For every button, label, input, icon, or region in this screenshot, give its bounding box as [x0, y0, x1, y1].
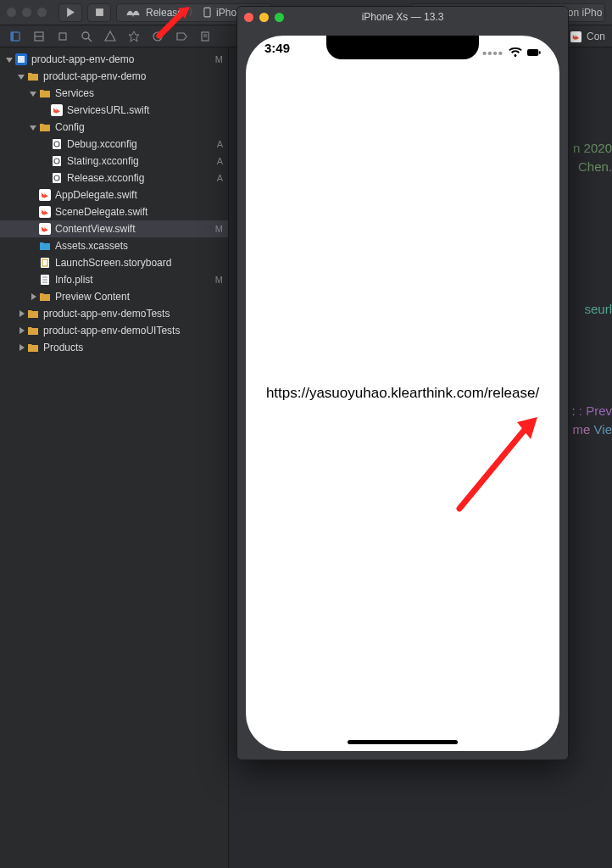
svg-marker-0	[67, 8, 75, 17]
swift-file-icon	[39, 223, 51, 235]
svg-marker-41	[31, 293, 36, 300]
disclosure-triangle-closed-icon[interactable]	[17, 326, 25, 335]
app-url-text: https://yasuoyuhao.klearthink.com/releas…	[266, 385, 539, 402]
group-label: Preview Content	[55, 291, 223, 303]
breadcrumb-segment: Con	[587, 31, 605, 42]
scm-badge: M	[215, 224, 223, 234]
group-preview-content[interactable]: Preview Content	[0, 288, 228, 305]
xcconfig-file-icon	[51, 172, 63, 184]
scm-badge: M	[215, 54, 223, 64]
code-fragment: me Vie	[573, 422, 612, 437]
folder-icon	[39, 121, 51, 133]
file-assets[interactable]: Assets.xcassets	[0, 237, 228, 254]
plist-file-icon	[39, 274, 51, 286]
svg-marker-23	[30, 92, 36, 97]
file-label: SceneDelegate.swift	[55, 206, 223, 218]
code-fragment: : : Prev	[571, 403, 612, 418]
disclosure-triangle-open-icon[interactable]	[29, 123, 37, 131]
group-app[interactable]: product-app-env-demo	[0, 68, 228, 85]
symbol-navigator-icon[interactable]	[56, 30, 70, 43]
run-button[interactable]	[58, 3, 82, 22]
svg-rect-21	[18, 56, 25, 63]
breakpoint-navigator-icon[interactable]	[175, 30, 188, 43]
ios-simulator-window[interactable]: iPhone Xs — 13.3 3:49 •••• https://yasuo…	[236, 6, 569, 760]
app-content: https://yasuoyuhao.klearthink.com/releas…	[246, 36, 559, 751]
disclosure-triangle-closed-icon[interactable]	[29, 292, 37, 301]
disclosure-triangle-closed-icon[interactable]	[17, 309, 25, 318]
file-label: LaunchScreen.storyboard	[55, 257, 223, 269]
group-label: Config	[55, 121, 223, 133]
group-label: product-app-env-demo	[43, 70, 223, 82]
swift-file-icon	[570, 31, 581, 42]
window-minimize-icon[interactable]	[259, 13, 269, 22]
xcconfig-file-icon	[51, 138, 63, 150]
file-swift[interactable]: SceneDelegate.swift	[0, 203, 228, 220]
scm-badge: A	[217, 156, 223, 166]
svg-rect-7	[59, 33, 66, 40]
home-indicator	[348, 740, 458, 744]
file-label: ContentView.swift	[55, 223, 212, 235]
disclosure-triangle-open-icon[interactable]	[5, 55, 14, 64]
svg-marker-42	[19, 310, 25, 317]
project-navigator[interactable]: product-app-env-demo M product-app-env-d…	[0, 47, 229, 868]
file-xcconfig[interactable]: Stating.xcconfig A	[0, 153, 228, 170]
file-label: AppDelegate.swift	[55, 189, 223, 201]
report-navigator-icon[interactable]	[198, 30, 212, 43]
find-navigator-icon[interactable]	[80, 30, 93, 43]
svg-marker-11	[129, 31, 139, 42]
svg-point-13	[157, 35, 159, 37]
disclosure-triangle-open-icon[interactable]	[17, 72, 25, 81]
swift-file-icon	[39, 189, 51, 201]
code-fragment: seurl	[584, 302, 612, 316]
group-label: product-app-env-demoUITests	[43, 325, 223, 337]
debug-navigator-icon[interactable]	[151, 30, 164, 43]
group-uitests[interactable]: product-app-env-demoUITests	[0, 322, 228, 339]
project-name-label: product-app-env-demo	[31, 53, 212, 65]
file-swift-selected[interactable]: ContentView.swift M	[0, 220, 228, 237]
folder-icon	[27, 70, 39, 82]
project-navigator-icon[interactable]	[8, 30, 22, 43]
file-swift[interactable]: AppDelegate.swift	[0, 186, 228, 203]
group-config[interactable]: Config	[0, 119, 228, 136]
folder-icon	[27, 342, 39, 353]
svg-rect-4	[11, 32, 14, 41]
source-control-navigator-icon[interactable]	[32, 30, 46, 43]
disclosure-triangle-open-icon[interactable]	[29, 89, 37, 97]
simulator-traffic-lights	[244, 13, 284, 22]
svg-marker-25	[30, 125, 36, 131]
group-products[interactable]: Products	[0, 339, 228, 356]
storyboard-file-icon	[39, 257, 51, 269]
issue-navigator-icon[interactable]	[103, 30, 117, 43]
window-zoom-dot[interactable]	[37, 8, 47, 17]
scm-badge: M	[215, 275, 223, 285]
file-storyboard[interactable]: LaunchScreen.storyboard	[0, 254, 228, 271]
project-root[interactable]: product-app-env-demo M	[0, 51, 228, 68]
file-xcconfig[interactable]: Release.xcconfig A	[0, 170, 228, 186]
group-tests[interactable]: product-app-env-demoTests	[0, 305, 228, 322]
group-label: Products	[43, 342, 223, 353]
window-close-icon[interactable]	[244, 13, 253, 22]
simulator-title: iPhone Xs — 13.3	[362, 11, 444, 23]
stop-button[interactable]	[87, 3, 111, 22]
file-servicesurl[interactable]: ServicesURL.swift	[0, 102, 228, 119]
swift-file-icon	[51, 104, 63, 116]
simulator-titlebar[interactable]: iPhone Xs — 13.3	[237, 7, 568, 27]
disclosure-triangle-closed-icon[interactable]	[17, 343, 25, 352]
file-label: Release.xcconfig	[67, 172, 214, 184]
simulated-phone-screen[interactable]: 3:49 •••• https://yasuoyuhao.klearthink.…	[246, 36, 559, 751]
svg-marker-43	[19, 327, 25, 334]
window-close-dot[interactable]	[7, 8, 16, 17]
swift-file-icon	[39, 206, 51, 218]
window-minimize-dot[interactable]	[22, 8, 31, 17]
file-label: Assets.xcassets	[55, 240, 223, 252]
svg-marker-14	[177, 33, 186, 40]
code-fragment: n 2020	[573, 141, 612, 155]
file-xcconfig[interactable]: Debug.xcconfig A	[0, 136, 228, 153]
svg-point-8	[82, 32, 89, 39]
file-label: ServicesURL.swift	[67, 104, 223, 116]
window-zoom-icon[interactable]	[275, 13, 284, 22]
svg-rect-1	[96, 8, 103, 16]
test-navigator-icon[interactable]	[127, 30, 141, 43]
file-plist[interactable]: Info.plist M	[0, 271, 228, 288]
group-services[interactable]: Services	[0, 85, 228, 102]
